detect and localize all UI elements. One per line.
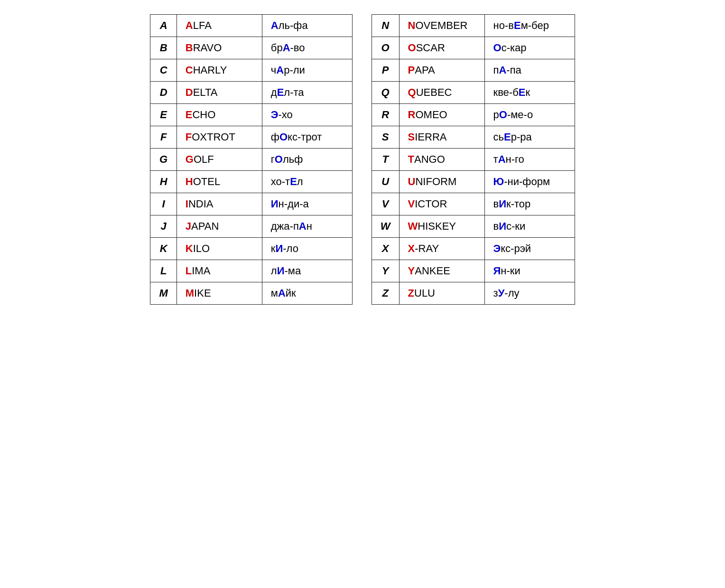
- table-row: GGOLFгОльф: [150, 149, 352, 171]
- word-part: O: [408, 42, 416, 54]
- phonetic-part: льф: [283, 153, 303, 165]
- word-part: ANGO: [414, 153, 445, 165]
- phonetic-part: Е: [504, 131, 511, 143]
- word-part: E: [186, 109, 193, 121]
- word-cell: YANKEE: [399, 260, 484, 282]
- phonetic-part: -ме-о: [507, 109, 533, 121]
- word-part: UEBEC: [416, 86, 452, 98]
- phonetic-part: И: [275, 243, 283, 254]
- word-part: S: [408, 131, 415, 143]
- word-part: T: [408, 153, 414, 165]
- table-row: AALFAАль-фа: [150, 15, 352, 37]
- word-part: CHO: [192, 109, 215, 121]
- word-part: Z: [408, 287, 414, 299]
- word-part: B: [186, 42, 193, 54]
- phonetic-part: с-ки: [506, 220, 525, 232]
- phonetic-part: И: [499, 198, 506, 210]
- letter-cell: W: [372, 215, 399, 238]
- phonetic-cell: сьЕр-ра: [484, 126, 575, 149]
- phonetic-part: А: [276, 64, 284, 76]
- phonetic-part: с-кар: [502, 42, 527, 54]
- phonetic-cell: брА-во: [262, 37, 352, 59]
- word-cell: ALFA: [177, 15, 262, 37]
- letter-cell: S: [372, 126, 399, 149]
- table-row: NNOVEMBERно-вЕм-бер: [372, 15, 575, 37]
- main-content: AALFAАль-фаBBRAVOбрА-воCCHARLYчАр-лиDDEL…: [150, 14, 575, 305]
- word-cell: DELTA: [177, 82, 262, 104]
- word-part: OTEL: [193, 176, 220, 187]
- word-part: OXTROT: [192, 131, 235, 143]
- phonetic-part: р-ли: [284, 64, 305, 76]
- letter-cell: L: [150, 260, 177, 282]
- phonetic-part: А: [299, 220, 307, 232]
- table-row: LLIMAлИ-ма: [150, 260, 352, 282]
- phonetic-cell: джа-пАн: [262, 215, 352, 238]
- phonetic-part: кс-рэй: [501, 243, 531, 254]
- phonetic-cell: Аль-фа: [262, 15, 352, 37]
- letter-cell: K: [150, 238, 177, 260]
- phonetic-part: А: [498, 153, 506, 165]
- phonetic-part: И: [271, 198, 279, 210]
- phonetic-cell: но-вЕм-бер: [484, 15, 575, 37]
- word-part: ULU: [414, 287, 435, 299]
- phonetic-cell: Ос-кар: [484, 37, 575, 59]
- phonetic-cell: Экс-рэй: [484, 238, 575, 260]
- table-row: UUNIFORMЮ-ни-форм: [372, 171, 575, 193]
- word-part: J: [186, 220, 191, 232]
- word-cell: PAPA: [399, 59, 484, 82]
- phonetic-cell: лИ-ма: [262, 260, 352, 282]
- word-cell: JAPAN: [177, 215, 262, 238]
- phonetic-part: к: [271, 243, 276, 254]
- word-cell: VICTOR: [399, 193, 484, 215]
- word-part: A: [186, 19, 193, 31]
- word-part: NIFORM: [415, 176, 456, 187]
- word-part: G: [186, 153, 194, 165]
- phonetic-part: ф: [271, 131, 279, 143]
- word-cell: CHARLY: [177, 59, 262, 82]
- word-part: RAVO: [193, 42, 222, 54]
- phonetic-part: н-ди-а: [279, 198, 309, 210]
- letter-cell: Y: [372, 260, 399, 282]
- phonetic-part: р: [493, 109, 499, 121]
- letter-cell: J: [150, 215, 177, 238]
- table-row: XX-RAYЭкс-рэй: [372, 238, 575, 260]
- word-cell: ZULU: [399, 282, 484, 305]
- word-part: K: [186, 243, 193, 254]
- phonetic-part: И: [499, 220, 506, 232]
- table-row: WWHISKEYвИс-ки: [372, 215, 575, 238]
- letter-cell: E: [150, 104, 177, 126]
- table-row: HHOTELхо-тЕл: [150, 171, 352, 193]
- phonetic-cell: мАйк: [262, 282, 352, 305]
- phonetic-part: м-бер: [521, 19, 549, 31]
- word-part: OLF: [194, 153, 214, 165]
- phonetic-part: з: [493, 287, 498, 299]
- phonetic-part: Е: [277, 86, 284, 98]
- word-part: C: [186, 64, 193, 76]
- phonetic-part: йк: [286, 287, 296, 299]
- word-part: ANKEE: [415, 265, 450, 277]
- phonetic-cell: дЕл-та: [262, 82, 352, 104]
- word-cell: QUEBEC: [399, 82, 484, 104]
- word-cell: MIKE: [177, 282, 262, 305]
- letter-cell: T: [372, 149, 399, 171]
- phonetic-part: О: [279, 131, 288, 143]
- phonetic-cell: тАн-го: [484, 149, 575, 171]
- word-part: W: [408, 220, 418, 232]
- phonetic-part: Е: [519, 86, 526, 98]
- right-table: NNOVEMBERно-вЕм-берOOSCARОс-карPPAPAпА-п…: [372, 14, 575, 305]
- phonetic-cell: хо-тЕл: [262, 171, 352, 193]
- phonetic-cell: Ян-ки: [484, 260, 575, 282]
- word-part: IKE: [194, 287, 211, 299]
- phonetic-part: д: [271, 86, 277, 98]
- table-row: KKILOкИ-ло: [150, 238, 352, 260]
- word-cell: GOLF: [177, 149, 262, 171]
- letter-cell: R: [372, 104, 399, 126]
- letter-cell: M: [150, 282, 177, 305]
- letter-cell: N: [372, 15, 399, 37]
- phonetic-part: в: [493, 198, 499, 210]
- phonetic-part: У: [498, 287, 505, 299]
- phonetic-part: А: [499, 64, 506, 76]
- word-part: L: [186, 265, 192, 277]
- word-part: P: [408, 64, 415, 76]
- phonetic-part: Е: [290, 176, 297, 187]
